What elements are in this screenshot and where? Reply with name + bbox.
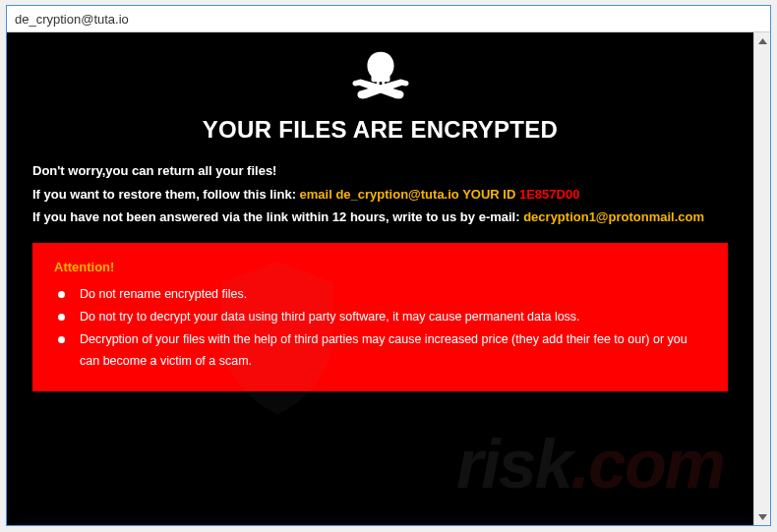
intro-line-1: Don't worry,you can return all your file…	[32, 161, 728, 181]
vertical-scrollbar[interactable]	[753, 32, 770, 525]
main-heading: YOUR FILES ARE ENCRYPTED	[32, 116, 728, 144]
attention-title: Attention!	[54, 257, 706, 279]
content-wrapper: YOUR FILES ARE ENCRYPTED Don't worry,you…	[7, 32, 770, 525]
watermark-plain: risk	[456, 426, 571, 502]
line2-prefix: If you want to restore them, follow this…	[32, 187, 300, 202]
scroll-up-arrow-icon[interactable]	[754, 32, 771, 49]
scroll-down-arrow-icon[interactable]	[754, 508, 771, 525]
ransom-content: YOUR FILES ARE ENCRYPTED Don't worry,you…	[7, 32, 753, 525]
skull-wrap	[32, 48, 728, 106]
line3-prefix: If you have not been answered via the li…	[32, 209, 523, 224]
intro-line-3: If you have not been answered via the li…	[32, 207, 728, 227]
your-id-value: 1E857D00	[519, 187, 579, 202]
attention-box: Attention! Do not rename encrypted files…	[32, 243, 728, 391]
attention-list: Do not rename encrypted files. Do not tr…	[54, 284, 706, 373]
list-item: Decryption of your files with the help o…	[80, 329, 706, 373]
your-id-label: YOUR ID	[459, 187, 519, 202]
intro-line-2: If you want to restore them, follow this…	[32, 185, 728, 205]
window-title: de_cryption@tuta.io	[15, 12, 129, 27]
titlebar[interactable]: de_cryption@tuta.io	[7, 6, 770, 32]
watermark-accent: .com	[571, 426, 724, 502]
watermark-text: risk.com	[456, 425, 724, 503]
list-item: Do not try to decrypt your data using th…	[80, 307, 706, 328]
contact-email-2: decryption1@protonmail.com	[523, 209, 704, 224]
skull-swords-icon	[347, 89, 414, 105]
contact-email-1: email de_cryption@tuta.io	[300, 187, 459, 202]
ransom-window: de_cryption@tuta.io YOUR FILES ARE ENCRY…	[6, 5, 771, 526]
list-item: Do not rename encrypted files.	[80, 284, 706, 306]
